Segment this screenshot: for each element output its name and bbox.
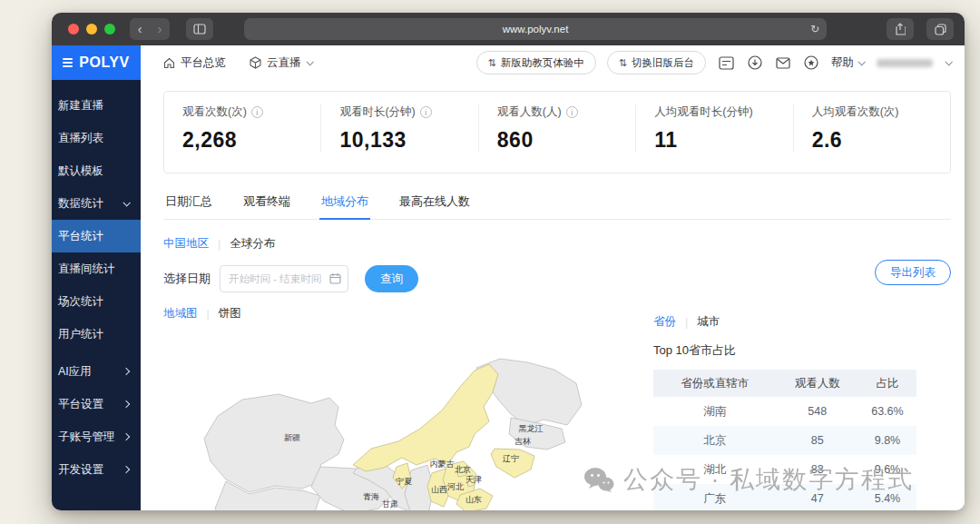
forward-button[interactable]: › bbox=[150, 18, 170, 40]
help-menu[interactable]: 帮助 bbox=[831, 55, 864, 71]
province-辽宁[interactable] bbox=[491, 449, 534, 478]
stat-card: 人均观看次数(次)2.6 bbox=[793, 104, 950, 153]
stat-value: 2.6 bbox=[812, 128, 950, 153]
new-assistant-page-button[interactable]: ⇅新版助教页体验中 bbox=[476, 51, 596, 74]
nav-cloud-live[interactable]: 云直播 bbox=[250, 55, 312, 71]
chevron-right-icon bbox=[122, 400, 130, 408]
reload-icon[interactable]: ↻ bbox=[810, 23, 819, 35]
info-icon[interactable]: i bbox=[251, 106, 263, 118]
download-icon[interactable] bbox=[748, 55, 762, 70]
share-button[interactable] bbox=[887, 18, 914, 40]
date-filter-label: 选择日期 bbox=[163, 271, 211, 287]
sidebar-item-直播列表[interactable]: 直播列表 bbox=[52, 122, 141, 154]
china-region-map: 新疆青海甘肃黑龙江吉林内蒙古宁夏山西河北山东辽宁北京天津 bbox=[177, 352, 631, 510]
sidebar-toggle-icon bbox=[193, 24, 206, 35]
copy-icon bbox=[935, 24, 946, 35]
province-label-辽宁: 辽宁 bbox=[503, 454, 519, 463]
chevron-right-icon bbox=[122, 433, 130, 440]
sidebar-item-子账号管理[interactable]: 子账号管理 bbox=[52, 420, 141, 453]
chevron-right-icon bbox=[122, 466, 130, 473]
province-label-宁夏: 宁夏 bbox=[396, 477, 412, 486]
sidebar-item-平台统计[interactable]: 平台统计 bbox=[52, 220, 141, 252]
sidebar-toggle-button[interactable] bbox=[186, 18, 213, 40]
panel-option-城市[interactable]: 城市 bbox=[697, 314, 720, 330]
chevron-right-icon bbox=[122, 368, 130, 375]
region-option-全球分布[interactable]: 全球分布 bbox=[230, 236, 275, 252]
stat-value: 10,133 bbox=[339, 128, 477, 153]
region-option-中国地区[interactable]: 中国地区 bbox=[163, 236, 209, 252]
account-name-redacted[interactable] bbox=[877, 59, 933, 67]
province-label-河北: 河北 bbox=[447, 482, 464, 491]
view-option-地域图[interactable]: 地域图 bbox=[163, 306, 198, 321]
province-label-吉林: 吉林 bbox=[514, 437, 531, 446]
nav-platform-overview[interactable]: 平台总览 bbox=[163, 55, 226, 71]
tab-观看终端[interactable]: 观看终端 bbox=[241, 188, 292, 219]
sidebar-item-数据统计[interactable]: 数据统计 bbox=[52, 187, 141, 220]
calendar-icon[interactable] bbox=[329, 272, 341, 284]
table-header: 省份或直辖市 bbox=[653, 370, 777, 397]
mail-icon[interactable] bbox=[776, 57, 790, 69]
docs-icon[interactable] bbox=[719, 56, 734, 70]
province-label-甘肃: 甘肃 bbox=[382, 499, 398, 509]
region-table-panel: 省份|城市 Top 10省市占比 省份或直辖市观看人数占比 湖南54863.6%… bbox=[653, 314, 916, 510]
table-header: 观看人数 bbox=[777, 370, 858, 397]
stat-card: 观看人数(人)i860 bbox=[478, 104, 635, 153]
brand-name: POLYV bbox=[79, 54, 129, 71]
tabs-bar: 日期汇总观看终端地域分布最高在线人数 bbox=[163, 188, 951, 220]
sidebar-item-默认模板[interactable]: 默认模板 bbox=[52, 154, 141, 187]
sidebar-item-平台设置[interactable]: 平台设置 bbox=[52, 388, 141, 420]
switch-old-console-button[interactable]: ⇅切换旧版后台 bbox=[607, 51, 706, 74]
tabs-overview-button[interactable] bbox=[926, 18, 954, 40]
view-option-饼图[interactable]: 饼图 bbox=[219, 306, 241, 321]
sidebar-item-场次统计[interactable]: 场次统计 bbox=[52, 285, 141, 318]
service-icon[interactable] bbox=[804, 55, 818, 70]
brand-logo[interactable]: POLYV bbox=[52, 45, 141, 80]
back-button[interactable]: ‹ bbox=[130, 18, 150, 40]
tab-日期汇总[interactable]: 日期汇总 bbox=[163, 188, 214, 219]
info-icon[interactable]: i bbox=[566, 106, 578, 118]
menu-collapse-icon[interactable] bbox=[63, 58, 73, 67]
province-label-黑龙江: 黑龙江 bbox=[519, 424, 544, 433]
swap-arrows-icon: ⇅ bbox=[619, 57, 627, 69]
sidebar-item-新建直播[interactable]: 新建直播 bbox=[52, 89, 141, 122]
share-icon bbox=[895, 23, 906, 35]
address-bar[interactable]: www.polyv.net ↻ bbox=[244, 18, 827, 40]
chevron-down-icon bbox=[858, 58, 865, 65]
sidebar-item-开发设置[interactable]: 开发设置 bbox=[52, 453, 141, 486]
swap-arrows-icon: ⇅ bbox=[488, 57, 496, 69]
table-row: 湖北839.6% bbox=[653, 455, 916, 484]
query-button[interactable]: 查询 bbox=[365, 265, 418, 292]
stats-card: 观看次数(次)i2,268观看时长(分钟)i10,133观看人数(人)i860人… bbox=[163, 91, 951, 173]
table-row: 湖南54863.6% bbox=[653, 397, 916, 426]
close-window-button[interactable] bbox=[68, 24, 79, 35]
content-area: 观看次数(次)i2,268观看时长(分钟)i10,133观看人数(人)i860人… bbox=[141, 80, 965, 510]
export-list-button[interactable]: 导出列表 bbox=[875, 260, 951, 285]
home-icon bbox=[163, 57, 175, 69]
stat-value: 11 bbox=[654, 128, 792, 153]
tab-最高在线人数[interactable]: 最高在线人数 bbox=[397, 188, 472, 219]
stat-value: 2,268 bbox=[182, 128, 320, 153]
stat-card: 人均观看时长(分钟)11 bbox=[635, 104, 792, 153]
province-city-toggle: 省份|城市 bbox=[653, 314, 916, 330]
table-row: 北京859.8% bbox=[653, 426, 916, 455]
region-toggle: 中国地区|全球分布 bbox=[163, 236, 951, 252]
browser-chrome: ‹ › www.polyv.net ↻ bbox=[52, 13, 965, 45]
province-label-天津: 天津 bbox=[466, 475, 482, 484]
tab-地域分布[interactable]: 地域分布 bbox=[319, 188, 370, 220]
chevron-down-icon bbox=[945, 58, 952, 65]
stat-card: 观看次数(次)i2,268 bbox=[164, 104, 320, 153]
cube-icon bbox=[250, 56, 261, 69]
province-label-北京: 北京 bbox=[455, 465, 471, 474]
minimize-window-button[interactable] bbox=[86, 24, 97, 35]
province-label-新疆: 新疆 bbox=[284, 433, 300, 442]
sidebar-item-直播间统计[interactable]: 直播间统计 bbox=[52, 252, 141, 285]
sidebar-item-AI应用[interactable]: AI应用 bbox=[52, 355, 141, 388]
sidebar-item-用户统计[interactable]: 用户统计 bbox=[52, 318, 141, 351]
top10-table: 省份或直辖市观看人数占比 湖南54863.6%北京859.8%湖北839.6%广… bbox=[653, 370, 916, 510]
province-label-青海: 青海 bbox=[363, 492, 379, 501]
province-label-内蒙古: 内蒙古 bbox=[430, 460, 455, 469]
province-内蒙古[interactable] bbox=[353, 364, 498, 471]
panel-option-省份[interactable]: 省份 bbox=[653, 314, 676, 330]
info-icon[interactable]: i bbox=[420, 106, 432, 118]
zoom-window-button[interactable] bbox=[104, 24, 115, 35]
